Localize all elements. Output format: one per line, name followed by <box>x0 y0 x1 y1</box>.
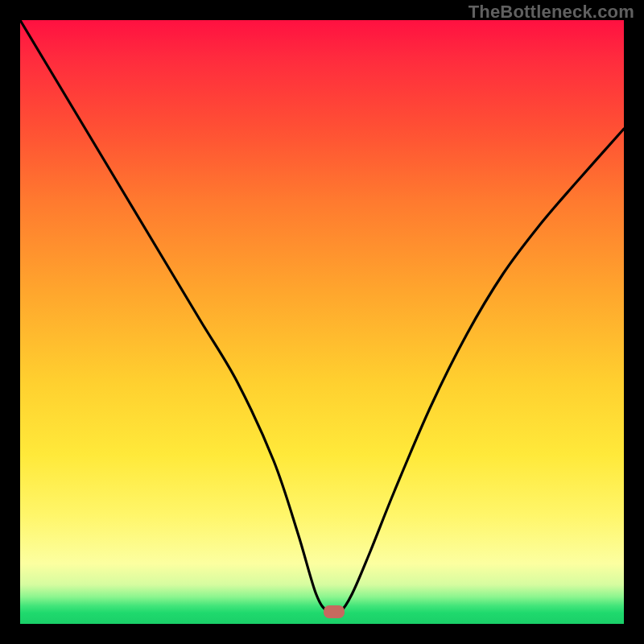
plot-area <box>20 20 624 624</box>
optimum-marker <box>324 605 345 618</box>
chart-frame: TheBottleneck.com <box>0 0 644 644</box>
curve-layer <box>20 20 624 624</box>
bottleneck-curve <box>20 20 624 614</box>
watermark-text: TheBottleneck.com <box>469 2 634 23</box>
